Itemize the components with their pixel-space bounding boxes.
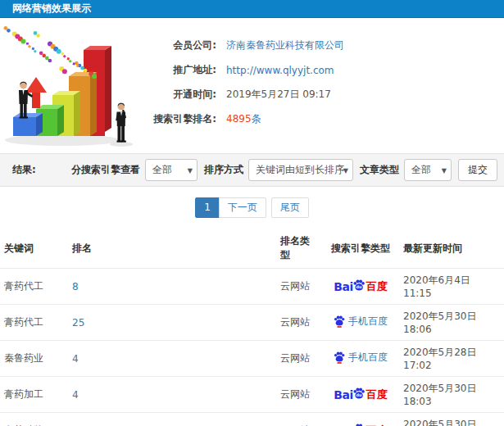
chevron-down-icon: ▼ xyxy=(188,167,193,174)
baidu-paw-icon: du xyxy=(352,279,366,292)
last-page-button[interactable]: 尾页 xyxy=(271,197,309,218)
chart-shadow xyxy=(5,134,120,146)
chevron-down-icon: ▼ xyxy=(343,167,348,174)
keyword-cell: 膏药代工 xyxy=(0,269,68,305)
table-header-row: 关键词排名排名类型搜索引擎类型最新更新时间 xyxy=(0,228,504,269)
table-row: 膏药贴牌 1 云网站 Bai du 百度 2020年5月30日 17:58 xyxy=(0,413,504,426)
page-title: 网络营销效果展示 xyxy=(12,2,91,14)
ranking-count-row: 搜索引擎排名: 4895条 xyxy=(141,112,504,126)
rank-type-cell: 云网站 xyxy=(276,269,322,305)
rank-cell: 1 xyxy=(68,413,276,426)
keyword-cell: 膏药代工 xyxy=(0,305,68,341)
keyword-cell: 秦鲁药业 xyxy=(0,341,68,377)
engine-filter-label: 分搜索引擎查看 xyxy=(71,163,140,177)
sort-label: 排序方式 xyxy=(204,163,243,177)
engine-filter-value: 全部 xyxy=(152,163,172,177)
account-info: 会员公司: 济南秦鲁药业科技有限公司 推广地址: http://www.qlyy… xyxy=(141,28,504,126)
column-header: 最新更新时间 xyxy=(399,228,504,269)
keyword-cell: 膏药贴牌 xyxy=(0,413,68,426)
column-header: 排名类型 xyxy=(276,228,322,269)
page-1-button[interactable]: 1 xyxy=(195,197,220,218)
sort-select[interactable]: 关键词由短到长排序 ▼ xyxy=(248,159,353,181)
open-time-value: 2019年5月27日 09:17 xyxy=(226,88,331,102)
promo-url-row: 推广地址: http://www.qlyyjt.com xyxy=(141,63,504,77)
filter-bar: 结果: 分搜索引擎查看 全部 ▼ 排序方式 关键词由短到长排序 ▼ 文章类型 全… xyxy=(0,153,504,187)
engine-cell: 手机百度 xyxy=(322,305,399,341)
update-time-cell: 2020年5月28日 17:02 xyxy=(399,341,504,377)
rank-link[interactable]: 4 xyxy=(72,389,79,401)
rank-cell: 4 xyxy=(68,341,276,377)
member-company-row: 会员公司: 济南秦鲁药业科技有限公司 xyxy=(141,39,504,52)
update-time-cell: 2020年5月30日 17:58 xyxy=(399,413,504,426)
mobile-baidu-badge[interactable]: 手机百度 xyxy=(334,315,388,328)
ranking-count-value: 4895条 xyxy=(226,112,261,126)
rank-type-cell: 云网站 xyxy=(276,305,322,341)
pagination: 1 下一页 尾页 xyxy=(0,187,504,228)
baidu-logo[interactable]: Bai du 百度 xyxy=(334,279,387,293)
table-row: 膏药加工 4 云网站 Bai du 百度 2020年5月30日 18:03 xyxy=(0,377,504,413)
ranking-count-number: 4895 xyxy=(226,113,252,125)
update-time-cell: 2020年5月30日 18:03 xyxy=(399,377,504,413)
engine-cell: Bai du 百度 xyxy=(322,413,399,426)
rank-link[interactable]: 25 xyxy=(72,317,84,329)
svg-text:du: du xyxy=(356,284,362,289)
title-bar: 网络营销效果展示 xyxy=(0,0,504,18)
baidu-paw-icon: du xyxy=(352,387,366,400)
summary-section: 会员公司: 济南秦鲁药业科技有限公司 推广地址: http://www.qlyy… xyxy=(0,18,504,153)
ranking-count-label: 搜索引擎排名: xyxy=(141,112,216,126)
rank-type-cell: 云网站 xyxy=(276,413,322,426)
mobile-baidu-paw-icon xyxy=(334,351,345,364)
promo-url-label: 推广地址: xyxy=(141,63,216,77)
column-header: 关键词 xyxy=(0,228,68,269)
rank-type-cell: 云网站 xyxy=(276,377,322,413)
article-type-value: 全部 xyxy=(411,163,431,177)
rank-cell: 4 xyxy=(68,377,276,413)
column-header: 排名 xyxy=(68,228,276,269)
open-time-row: 开通时间: 2019年5月27日 09:17 xyxy=(141,88,504,102)
article-type-select[interactable]: 全部 ▼ xyxy=(404,159,452,181)
column-header: 搜索引擎类型 xyxy=(322,228,399,269)
rank-link[interactable]: 8 xyxy=(72,281,79,292)
next-page-button[interactable]: 下一页 xyxy=(219,197,266,218)
engine-cell: 手机百度 xyxy=(322,341,399,377)
member-company-link[interactable]: 济南秦鲁药业科技有限公司 xyxy=(226,39,344,52)
engine-cell: Bai du 百度 xyxy=(322,377,399,413)
update-time-cell: 2020年5月30日 18:06 xyxy=(399,305,504,341)
engine-filter-select[interactable]: 全部 ▼ xyxy=(145,159,198,181)
article-type-label: 文章类型 xyxy=(360,163,399,177)
table-row: 秦鲁药业 4 云网站 手机百度 2020年5月28日 17:02 xyxy=(0,341,504,377)
svg-text:du: du xyxy=(356,392,362,397)
results-table-body: 膏药代工 8 云网站 Bai du 百度 2020年6月4日 11:15 膏药代… xyxy=(0,269,504,426)
rank-link[interactable]: 4 xyxy=(72,353,79,365)
confetti-dots xyxy=(2,23,97,79)
promo-url-link[interactable]: http://www.qlyyjt.com xyxy=(226,65,334,76)
sort-value: 关键词由短到长排序 xyxy=(256,163,344,177)
open-time-label: 开通时间: xyxy=(141,88,216,102)
member-company-label: 会员公司: xyxy=(141,39,216,52)
rank-cell: 8 xyxy=(68,269,276,305)
chevron-down-icon: ▼ xyxy=(442,167,447,174)
keyword-cell: 膏药加工 xyxy=(0,377,68,413)
rank-type-cell: 云网站 xyxy=(276,341,322,377)
businessman-right xyxy=(116,103,126,143)
table-row: 膏药代工 8 云网站 Bai du 百度 2020年6月4日 11:15 xyxy=(0,269,504,305)
up-arrow xyxy=(25,77,47,108)
bar-blue xyxy=(13,113,43,136)
result-label: 结果: xyxy=(12,163,36,177)
submit-button[interactable]: 提交 xyxy=(458,159,497,181)
table-row: 膏药代工 25 云网站 手机百度 2020年5月30日 18:06 xyxy=(0,305,504,341)
rank-cell: 25 xyxy=(68,305,276,341)
update-time-cell: 2020年6月4日 11:15 xyxy=(399,269,504,305)
growth-chart-illustration xyxy=(2,23,139,150)
mobile-baidu-badge[interactable]: 手机百度 xyxy=(334,351,388,364)
results-table: 关键词排名排名类型搜索引擎类型最新更新时间 膏药代工 8 云网站 Bai du … xyxy=(0,228,504,426)
mobile-baidu-paw-icon xyxy=(334,315,345,328)
ranking-count-unit[interactable]: 条 xyxy=(252,113,261,125)
engine-cell: Bai du 百度 xyxy=(322,269,399,305)
baidu-logo[interactable]: Bai du 百度 xyxy=(334,387,387,401)
